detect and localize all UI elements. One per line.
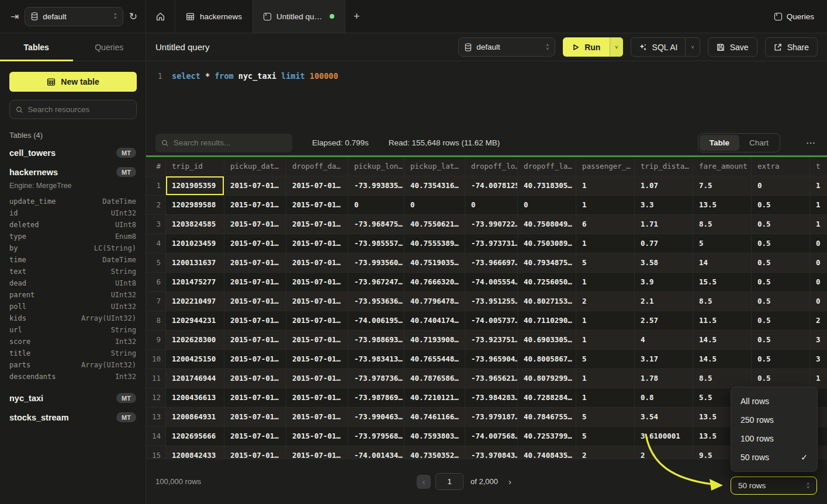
- table-cell[interactable]: 0: [810, 253, 827, 273]
- table-cell[interactable]: 0: [752, 176, 810, 196]
- table-cell[interactable]: -73.951255…: [465, 292, 518, 311]
- table-cell[interactable]: 1: [576, 234, 635, 253]
- tab-hackernews[interactable]: hackernews: [175, 0, 253, 33]
- table-cell[interactable]: 2015-07-01…: [224, 446, 286, 458]
- table-cell[interactable]: 2015-07-01…: [224, 331, 286, 350]
- table-cell[interactable]: 3.9: [635, 273, 693, 292]
- table-cell[interactable]: 1202210497: [166, 292, 224, 311]
- table-cell[interactable]: 4: [635, 331, 693, 350]
- table-cell[interactable]: 0.5: [752, 369, 810, 388]
- table-cell[interactable]: 5: [576, 350, 635, 369]
- table-cell[interactable]: 40.7253799…: [518, 427, 576, 446]
- table-cell[interactable]: 0: [810, 273, 827, 292]
- table-cell[interactable]: 3.6100001: [635, 427, 693, 446]
- sidebar-table-hackernews[interactable]: hackernews MT: [0, 162, 146, 182]
- table-cell[interactable]: 1201905359: [166, 176, 224, 196]
- table-cell[interactable]: 40.7796478…: [404, 292, 465, 311]
- table-cell[interactable]: 8.5: [693, 292, 752, 311]
- table-cell[interactable]: 1: [576, 331, 635, 350]
- table-cell[interactable]: 1: [810, 215, 827, 234]
- table-cell[interactable]: 2015-07-01…: [286, 253, 348, 273]
- table-cell[interactable]: -74.005737…: [465, 311, 518, 331]
- table-cell[interactable]: 1202989588: [166, 196, 224, 215]
- table-cell[interactable]: -74.006195…: [348, 311, 404, 331]
- table-cell[interactable]: 2015-07-01…: [224, 176, 286, 196]
- table-cell[interactable]: 0: [404, 196, 465, 215]
- table-cell[interactable]: 7.5: [693, 176, 752, 196]
- sidebar-table-nyc_taxi[interactable]: nyc_taxi MT: [0, 388, 146, 408]
- table-cell[interactable]: 40.7655448…: [404, 350, 465, 369]
- table-cell[interactable]: 2015-07-01…: [224, 350, 286, 369]
- table-cell[interactable]: 40.7550621…: [404, 215, 465, 234]
- sidebar-tab-tables[interactable]: Tables: [0, 33, 73, 61]
- sidebar-tab-queries[interactable]: Queries: [73, 33, 146, 61]
- table-cell[interactable]: 2: [635, 446, 693, 458]
- sql-ai-caret[interactable]: ˅: [685, 38, 699, 56]
- table-cell[interactable]: 2.57: [635, 311, 693, 331]
- table-cell[interactable]: 1: [576, 196, 635, 215]
- table-cell[interactable]: 1: [810, 369, 827, 388]
- table-cell[interactable]: 8.5: [693, 369, 752, 388]
- table-cell[interactable]: -73.993835…: [348, 176, 404, 196]
- column-header-pickup_lat[interactable]: pickup_lat…: [404, 157, 465, 176]
- table-cell[interactable]: 1201023459: [166, 234, 224, 253]
- table-cell[interactable]: -73.988693…: [348, 331, 404, 350]
- table-cell[interactable]: 2: [810, 311, 827, 331]
- table-cell[interactable]: 2015-07-01…: [286, 408, 348, 427]
- table-cell[interactable]: 40.7288284…: [518, 388, 576, 408]
- table-cell[interactable]: -73.984283…: [465, 388, 518, 408]
- sql-editor[interactable]: 1 select * from nyc_taxi limit 100000: [146, 61, 827, 130]
- table-cell[interactable]: 3: [810, 350, 827, 369]
- column-header-pickup_dat[interactable]: pickup_dat…: [224, 157, 286, 176]
- table-cell[interactable]: -73.979187…: [465, 408, 518, 427]
- table-cell[interactable]: 40.7508049…: [518, 215, 576, 234]
- table-cell[interactable]: 1200842433: [166, 446, 224, 458]
- table-cell[interactable]: -73.990463…: [348, 408, 404, 427]
- table-cell[interactable]: 2015-07-01…: [224, 215, 286, 234]
- table-cell[interactable]: 2015-07-01…: [224, 369, 286, 388]
- run-options-caret[interactable]: ˅: [610, 37, 622, 57]
- table-cell[interactable]: -73.973731…: [465, 234, 518, 253]
- table-cell[interactable]: 2015-07-01…: [286, 331, 348, 350]
- page-size-option-50-rows[interactable]: 50 rows✓: [731, 448, 817, 467]
- table-cell[interactable]: 2015-07-01…: [286, 215, 348, 234]
- table-cell[interactable]: 13.5: [693, 196, 752, 215]
- page-size-option-all-rows[interactable]: All rows: [731, 392, 817, 411]
- table-cell[interactable]: 1: [576, 273, 635, 292]
- table-cell[interactable]: 2015-07-01…: [286, 311, 348, 331]
- sidebar-table-stocks_stream[interactable]: stocks_stream MT: [0, 408, 146, 427]
- table-cell[interactable]: 0.5: [752, 292, 810, 311]
- query-database-selector[interactable]: default ˄˅: [458, 37, 555, 57]
- table-cell[interactable]: 0: [465, 196, 518, 215]
- table-cell[interactable]: 1: [576, 176, 635, 196]
- table-cell[interactable]: 40.7408435…: [518, 446, 576, 458]
- table-cell[interactable]: 40.7461166…: [404, 408, 465, 427]
- column-header-extra[interactable]: extra: [752, 157, 810, 176]
- table-cell[interactable]: 2015-07-01…: [286, 234, 348, 253]
- prev-page-button[interactable]: ‹: [417, 475, 431, 489]
- table-cell[interactable]: -73.965904…: [465, 350, 518, 369]
- table-cell[interactable]: 0.5: [752, 311, 810, 331]
- table-cell[interactable]: 40.7318305…: [518, 176, 576, 196]
- table-cell[interactable]: -73.968475…: [348, 215, 404, 234]
- new-tab-button[interactable]: +: [345, 0, 368, 33]
- table-cell[interactable]: 2015-07-01…: [224, 408, 286, 427]
- table-cell[interactable]: 0: [348, 196, 404, 215]
- table-cell[interactable]: 8.5: [693, 215, 752, 234]
- table-cell[interactable]: 40.7210121…: [404, 388, 465, 408]
- view-toggle-table[interactable]: Table: [700, 135, 739, 151]
- table-cell[interactable]: 40.7404174…: [404, 311, 465, 331]
- table-cell[interactable]: -73.965621…: [465, 369, 518, 388]
- share-button[interactable]: Share: [765, 37, 818, 57]
- table-cell[interactable]: 2015-07-01…: [224, 292, 286, 311]
- table-cell[interactable]: 0: [518, 196, 576, 215]
- table-cell[interactable]: 5: [576, 427, 635, 446]
- table-cell[interactable]: 1203824585: [166, 215, 224, 234]
- table-cell[interactable]: 5: [576, 408, 635, 427]
- table-cell[interactable]: 2015-07-01…: [286, 292, 348, 311]
- column-header-pickup_lon[interactable]: pickup_lon…: [348, 157, 404, 176]
- table-cell[interactable]: 40.8027153…: [518, 292, 576, 311]
- table-cell[interactable]: -73.923751…: [465, 331, 518, 350]
- table-cell[interactable]: -74.005554…: [465, 273, 518, 292]
- table-cell[interactable]: 40.8005867…: [518, 350, 576, 369]
